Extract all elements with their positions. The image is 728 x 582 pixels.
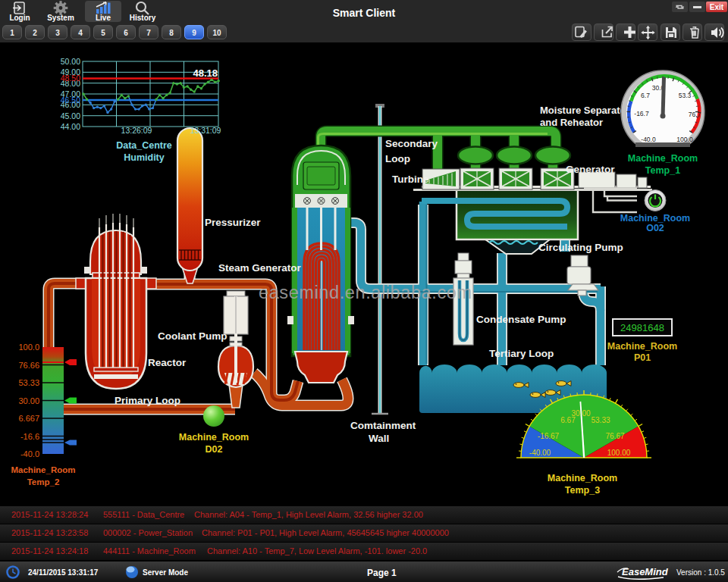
svg-text:76.67: 76.67 <box>605 432 624 440</box>
svg-text:Generator: Generator <box>566 164 615 175</box>
svg-text:Machine_Room: Machine_Room <box>548 473 617 483</box>
svg-text:100.00: 100.00 <box>607 449 631 457</box>
svg-text:76.7: 76.7 <box>689 111 701 118</box>
svg-text:Steam Generator: Steam Generator <box>218 262 302 274</box>
svg-text:76.66: 76.66 <box>18 361 39 370</box>
svg-text:Humidity: Humidity <box>124 152 165 163</box>
svg-text:13:26:09: 13:26:09 <box>121 126 152 135</box>
svg-text:P01: P01 <box>634 352 651 363</box>
svg-text:13:31:09: 13:31:09 <box>190 126 221 135</box>
svg-text:6.7: 6.7 <box>641 92 650 99</box>
svg-text:EaseMind: EaseMind <box>622 566 669 577</box>
svg-text:Machine_Room: Machine_Room <box>620 213 690 224</box>
svg-text:Temp_1: Temp_1 <box>645 165 680 176</box>
svg-text:Machine_Room: Machine_Room <box>179 432 249 443</box>
svg-text:Comtainment: Comtainment <box>350 420 416 431</box>
svg-text:48.18: 48.18 <box>193 67 218 79</box>
svg-text:Secondary: Secondary <box>385 138 438 149</box>
svg-text:Loop: Loop <box>385 153 410 164</box>
svg-text:-40.00: -40.00 <box>529 449 551 457</box>
svg-text:Data_Centre: Data_Centre <box>116 140 172 151</box>
svg-text:Temp_3: Temp_3 <box>565 485 600 496</box>
svg-text:Pressurizer: Pressurizer <box>205 217 261 228</box>
svg-text:53.33: 53.33 <box>591 416 610 424</box>
svg-text:Machine_Room: Machine_Room <box>607 341 677 352</box>
svg-text:100.0: 100.0 <box>18 343 39 352</box>
svg-text:Wall: Wall <box>369 433 389 444</box>
svg-text:Condensate Pump: Condensate Pump <box>476 314 566 325</box>
svg-text:45.00: 45.00 <box>61 111 80 120</box>
svg-text:-16.6: -16.6 <box>20 432 39 441</box>
svg-text:53.3: 53.3 <box>679 92 692 99</box>
svg-text:6.667: 6.667 <box>18 414 39 423</box>
svg-text:Temp_2: Temp_2 <box>27 477 60 487</box>
svg-text:Coolant Pump: Coolant Pump <box>158 330 228 342</box>
svg-text:30.00: 30.00 <box>18 396 39 405</box>
svg-text:44.00: 44.00 <box>61 122 80 131</box>
svg-text:24981648: 24981648 <box>620 322 664 333</box>
svg-text:easemind.en.alibaba.com: easemind.en.alibaba.com <box>259 283 472 302</box>
svg-text:-40.0: -40.0 <box>20 449 39 458</box>
svg-text:D02: D02 <box>206 444 223 455</box>
svg-text:Machine_Room: Machine_Room <box>628 153 698 164</box>
svg-text:50.00: 50.00 <box>61 57 80 66</box>
svg-text:6.67: 6.67 <box>560 416 576 424</box>
svg-text:-40.0: -40.0 <box>641 136 656 143</box>
svg-text:-16.7: -16.7 <box>634 110 649 117</box>
svg-text:Primary Loop: Primary Loop <box>115 395 180 406</box>
svg-text:48.50: 48.50 <box>61 74 80 83</box>
svg-text:Reactor: Reactor <box>148 357 187 368</box>
svg-text:Machine_Room: Machine_Room <box>11 465 76 474</box>
svg-text:Moisture Separator: Moisture Separator <box>540 105 629 116</box>
svg-text:100.0: 100.0 <box>676 136 693 143</box>
svg-text:46.50: 46.50 <box>61 95 80 105</box>
svg-text:Tertiary Loop: Tertiary Loop <box>489 348 554 359</box>
svg-text:and Reheator: and Reheator <box>540 117 603 128</box>
svg-text:Circulating Pump: Circulating Pump <box>538 242 623 253</box>
svg-text:Turbine: Turbine <box>392 174 429 185</box>
svg-text:O02: O02 <box>646 223 664 233</box>
svg-text:53.33: 53.33 <box>18 378 39 387</box>
svg-text:-16.67: -16.67 <box>538 432 560 440</box>
